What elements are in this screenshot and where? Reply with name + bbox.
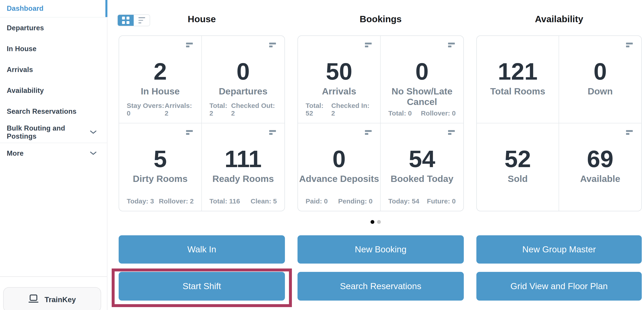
chevron-down-icon [90,130,96,134]
sidebar-item-search-reservations[interactable]: Search Reservations [0,101,107,122]
sidebar-item-dashboard[interactable]: Dashboard [0,0,107,17]
section-title-bookings: Bookings [298,14,464,24]
stat-left: Stay Overs: 0 [127,102,165,117]
availability-panel: 121 Total Rooms 0 Down 52 Sold 69 Availa… [476,35,642,211]
chevron-down-icon [90,152,96,155]
walk-in-button[interactable]: Walk In [119,235,285,264]
stat-left: Paid: 0 [306,197,328,205]
card-menu-icon[interactable] [448,130,455,135]
sidebar-item-label: Departures [7,24,44,32]
stat-card-total-rooms[interactable]: 121 Total Rooms [477,36,559,123]
card-stats: Paid: 0 Pending: 0 [306,197,372,205]
stat-left: Total: 116 [210,197,240,205]
stat-right: Arrivals: 2 [165,102,194,117]
grid-view-floor-plan-button[interactable]: Grid View and Floor Plan [476,272,642,301]
card-menu-icon[interactable] [365,130,372,135]
sidebar-item-label: In House [7,45,37,53]
search-reservations-button[interactable]: Search Reservations [298,272,464,301]
pagination-dot-active[interactable] [370,220,374,224]
card-menu-icon[interactable] [448,43,455,47]
card-menu-icon[interactable] [269,130,276,135]
sidebar-nav: Dashboard Departures In House Arrivals A… [0,0,107,163]
stat-value: 0 [202,58,284,85]
new-booking-button[interactable]: New Booking [298,235,464,264]
stat-label: Advance Deposits [298,174,380,184]
stat-card-down[interactable]: 0 Down [559,36,641,123]
new-group-master-button[interactable]: New Group Master [476,235,642,264]
stat-left: Today: 54 [388,197,419,205]
stat-card-dirty-rooms[interactable]: 5 Dirty Rooms Today: 3 Rollover: 2 [119,123,202,211]
card-menu-icon[interactable] [186,43,193,47]
house-panel: 2 In House Stay Overs: 0 Arrivals: 2 0 D… [119,35,285,211]
stat-value: 52 [477,146,558,172]
stat-right: Checked In: 2 [331,102,372,117]
stat-left: Today: 3 [127,197,154,205]
sidebar-divider [0,276,107,277]
trainkey-label: TrainKey [44,296,76,304]
sidebar-item-bulk-routing-postings[interactable]: Bulk Routing and Postings [0,122,107,143]
card-menu-icon[interactable] [365,43,372,47]
stat-card-ready-rooms[interactable]: 111 Ready Rooms Total: 116 Clean: 5 [202,123,284,211]
trainkey-button[interactable]: TrainKey [3,287,101,310]
sidebar-item-more[interactable]: More [0,143,107,163]
stat-label: Available [559,174,641,184]
stat-label: Sold [477,174,558,184]
laptop-icon [28,294,39,305]
stat-value: 0 [559,58,641,85]
stat-card-no-show-late-cancel[interactable]: 0 No Show/Late Cancel Total: 0 Rollover:… [381,36,463,123]
card-menu-icon[interactable] [626,43,633,47]
stat-value: 54 [381,146,463,172]
card-stats: Total: 116 Clean: 5 [210,197,277,205]
card-stats: Total: 2 Checked Out: 2 [210,102,277,117]
stat-value: 50 [298,58,380,85]
sidebar: Dashboard Departures In House Arrivals A… [0,0,108,310]
stat-card-available[interactable]: 69 Available [559,123,641,211]
stat-card-in-house[interactable]: 2 In House Stay Overs: 0 Arrivals: 2 [119,36,202,123]
stat-label: Departures [202,86,284,97]
card-menu-icon[interactable] [269,43,276,47]
card-menu-icon[interactable] [186,130,193,135]
stat-value: 0 [381,58,463,85]
stat-label: Total Rooms [477,86,558,97]
card-stats: Total: 0 Rollover: 0 [388,110,456,117]
card-stats: Stay Overs: 0 Arrivals: 2 [127,102,194,117]
sidebar-item-label: Bulk Routing and Postings [7,124,90,141]
stat-left: Total: 0 [388,110,412,117]
stat-value: 0 [298,146,380,172]
card-stats: Today: 3 Rollover: 2 [127,197,194,205]
pagination-dot[interactable] [377,220,381,224]
stat-card-booked-today[interactable]: 54 Booked Today Today: 54 Future: 0 [381,123,463,211]
stat-left: Total: 2 [210,102,231,117]
stat-value: 5 [119,146,201,172]
sidebar-item-label: Search Reservations [7,107,76,116]
stat-label: Arrivals [298,86,380,97]
sidebar-item-label: More [7,150,24,157]
stat-right: Checked Out: 2 [231,102,277,117]
sidebar-item-label: Dashboard [7,4,44,12]
stat-right: Rollover: 0 [421,110,456,117]
stat-label: No Show/Late Cancel [381,86,463,107]
card-stats: Total: 52 Checked In: 2 [306,102,372,117]
sidebar-item-label: Availability [7,87,44,95]
stat-label: Booked Today [381,174,463,184]
start-shift-button[interactable]: Start Shift [119,272,285,301]
stat-card-sold[interactable]: 52 Sold [477,123,559,211]
sidebar-item-availability[interactable]: Availability [0,80,107,101]
sidebar-item-label: Arrivals [7,66,33,74]
stat-card-advance-deposits[interactable]: 0 Advance Deposits Paid: 0 Pending: 0 [298,123,381,211]
stat-value: 69 [559,146,641,172]
sidebar-item-in-house[interactable]: In House [0,38,107,59]
stat-label: Down [559,86,641,97]
sidebar-item-arrivals[interactable]: Arrivals [0,59,107,80]
stat-value: 2 [119,58,201,85]
sidebar-item-departures[interactable]: Departures [0,17,107,38]
stat-right: Rollover: 2 [159,197,194,205]
stat-label: Ready Rooms [202,174,284,184]
card-stats: Today: 54 Future: 0 [388,197,456,205]
stat-card-departures[interactable]: 0 Departures Total: 2 Checked Out: 2 [202,36,284,123]
stat-right: Clean: 5 [250,197,277,205]
stat-left: Total: 52 [306,102,331,117]
card-menu-icon[interactable] [626,130,633,135]
stat-card-arrivals[interactable]: 50 Arrivals Total: 52 Checked In: 2 [298,36,381,123]
section-title-house: House [119,14,285,24]
